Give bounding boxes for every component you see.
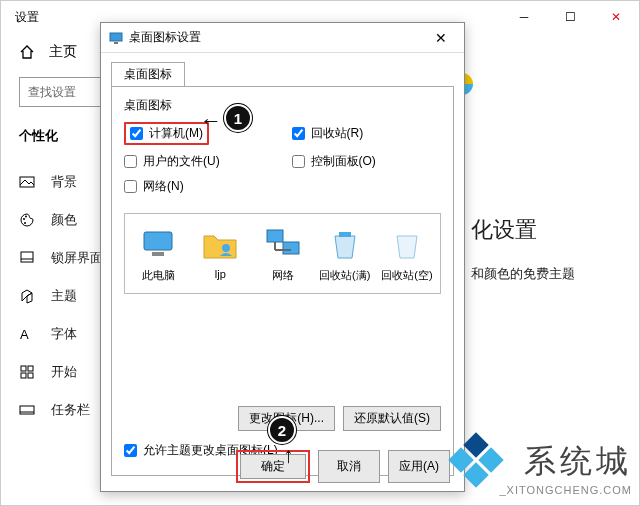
svg-rect-6 (21, 252, 33, 262)
taskbar-icon (19, 402, 35, 418)
svg-rect-13 (20, 406, 34, 414)
font-icon: A (19, 326, 35, 342)
nav-label: 任务栏 (51, 401, 90, 419)
callout-2: 2 (268, 416, 296, 444)
svg-rect-24 (339, 232, 351, 237)
settings-title: 设置 (15, 9, 39, 26)
arrow-annotation-2: ← (276, 446, 302, 468)
dialog-titlebar: 桌面图标设置 ✕ (101, 23, 464, 53)
svg-rect-16 (114, 42, 118, 44)
svg-rect-21 (283, 242, 299, 254)
checkbox-recycle-input[interactable] (292, 127, 305, 140)
palette-icon (19, 212, 35, 228)
theme-icon (19, 288, 35, 304)
main-heading: 化设置 (471, 215, 575, 245)
icon-recycle-full[interactable]: 回收站(满) (318, 224, 372, 283)
svg-point-3 (23, 218, 25, 220)
checkbox-userfiles[interactable]: 用户的文件(U) (124, 153, 274, 170)
arrow-annotation-1: ← (200, 108, 222, 134)
checkbox-controlpanel[interactable]: 控制面板(O) (292, 153, 442, 170)
network-icon (263, 224, 303, 264)
restore-default-button[interactable]: 还原默认值(S) (343, 406, 441, 431)
main-subtext: 和颜色的免费主题 (471, 265, 575, 283)
recycle-full-icon (325, 224, 365, 264)
dialog-title: 桌面图标设置 (129, 29, 201, 46)
dialog-footer: 确定 取消 应用(A) (236, 450, 450, 483)
minimize-button[interactable]: ─ (501, 1, 547, 33)
icon-label: 回收站(满) (318, 268, 372, 283)
nav-label: 背景 (51, 173, 77, 191)
callout-1: 1 (224, 104, 252, 132)
svg-rect-18 (152, 252, 164, 256)
checkbox-computer[interactable]: 计算机(M) (124, 122, 274, 145)
svg-rect-10 (28, 366, 33, 371)
icon-network[interactable]: 网络 (255, 224, 309, 283)
checkbox-computer-input[interactable] (130, 127, 143, 140)
home-label: 主页 (49, 43, 77, 61)
tab-strip: 桌面图标 (111, 61, 454, 86)
svg-point-4 (25, 216, 27, 218)
lockscreen-icon (19, 250, 35, 266)
icon-label: ljp (193, 268, 247, 280)
checkbox-userfiles-input[interactable] (124, 155, 137, 168)
watermark-cn: 系统城 (499, 440, 632, 484)
svg-rect-12 (28, 373, 33, 378)
watermark-logo (452, 436, 500, 484)
nav-label: 主题 (51, 287, 77, 305)
monitor-icon (109, 31, 123, 45)
watermark: 系统城 _XITONGCHENG.COM (499, 440, 632, 496)
window-controls: ─ ☐ ✕ (501, 1, 639, 33)
dialog-close-button[interactable]: ✕ (426, 30, 456, 46)
nav-label: 字体 (51, 325, 77, 343)
svg-point-5 (24, 222, 26, 224)
picture-icon (19, 174, 35, 190)
tab-desktop-icons[interactable]: 桌面图标 (111, 62, 185, 87)
start-icon (19, 364, 35, 380)
checkbox-label: 用户的文件(U) (143, 153, 220, 170)
svg-rect-15 (110, 33, 122, 41)
cancel-button[interactable]: 取消 (318, 450, 380, 483)
icon-this-pc[interactable]: 此电脑 (131, 224, 185, 283)
svg-rect-20 (267, 230, 283, 242)
checkbox-network-input[interactable] (124, 180, 137, 193)
group-label: 桌面图标 (124, 97, 441, 114)
home-icon (19, 44, 35, 60)
icon-preview-list[interactable]: 此电脑 ljp 网络 回收站(满) 回收站(空) (124, 213, 441, 294)
icon-label: 网络 (255, 268, 309, 283)
checkbox-label: 回收站(R) (311, 125, 364, 142)
svg-rect-9 (21, 366, 26, 371)
nav-label: 开始 (51, 363, 77, 381)
checkbox-label: 控制面板(O) (311, 153, 376, 170)
svg-rect-17 (144, 232, 172, 250)
checkbox-label: 网络(N) (143, 178, 184, 195)
nav-label: 锁屏界面 (51, 249, 103, 267)
checkbox-controlpanel-input[interactable] (292, 155, 305, 168)
search-placeholder: 查找设置 (28, 84, 76, 101)
icon-label: 回收站(空) (380, 268, 434, 283)
checkbox-label: 计算机(M) (149, 125, 203, 142)
recycle-empty-icon (387, 224, 427, 264)
svg-rect-11 (21, 373, 26, 378)
watermark-en: _XITONGCHENG.COM (499, 484, 632, 496)
nav-label: 颜色 (51, 211, 77, 229)
icon-label: 此电脑 (131, 268, 185, 283)
close-button[interactable]: ✕ (593, 1, 639, 33)
folder-user-icon (200, 224, 240, 264)
icon-recycle-empty[interactable]: 回收站(空) (380, 224, 434, 283)
pc-icon (138, 224, 178, 264)
icon-user[interactable]: ljp (193, 224, 247, 283)
svg-point-19 (222, 244, 230, 252)
checkbox-network[interactable]: 网络(N) (124, 178, 274, 195)
apply-button[interactable]: 应用(A) (388, 450, 450, 483)
maximize-button[interactable]: ☐ (547, 1, 593, 33)
checkbox-allow-themes-input[interactable] (124, 444, 137, 457)
svg-text:A: A (20, 327, 29, 342)
checkbox-recycle[interactable]: 回收站(R) (292, 122, 442, 145)
